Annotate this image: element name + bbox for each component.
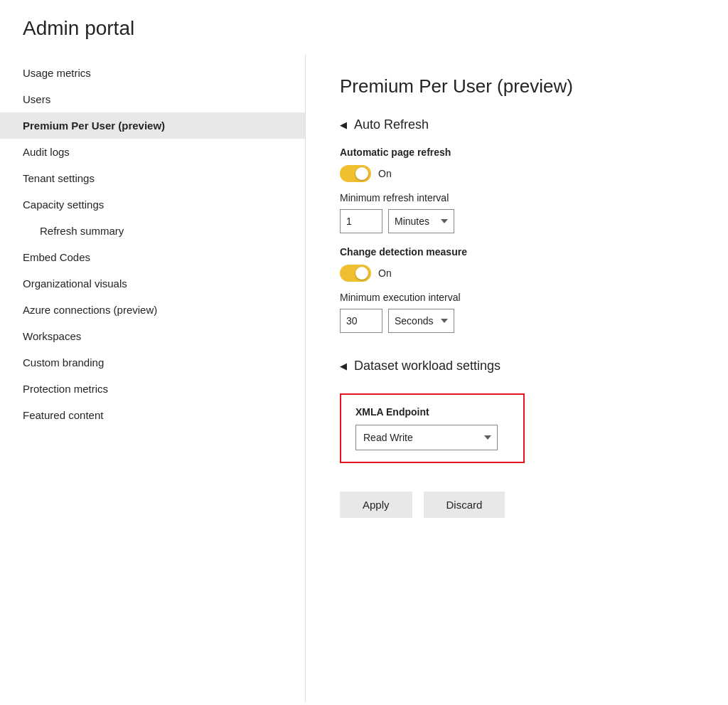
apply-button[interactable]: Apply	[340, 492, 412, 518]
dataset-collapse-icon[interactable]: ◀	[340, 361, 347, 371]
sidebar-item-protection-metrics[interactable]: Protection metrics	[0, 376, 305, 402]
discard-button[interactable]: Discard	[424, 492, 505, 518]
min-refresh-unit[interactable]: Minutes Seconds Hours	[388, 209, 454, 233]
sidebar-item-azure-connections[interactable]: Azure connections (preview)	[0, 297, 305, 323]
change-detection-label: Change detection measure	[340, 246, 694, 258]
dataset-workload-group: ◀ Dataset workload settings XMLA Endpoin…	[340, 359, 694, 463]
sidebar-item-embed-codes[interactable]: Embed Codes	[0, 244, 305, 270]
min-exec-label: Minimum execution interval	[340, 292, 694, 303]
dataset-workload-header: ◀ Dataset workload settings	[340, 359, 694, 373]
dataset-workload-label: Dataset workload settings	[354, 359, 500, 373]
change-detection-toggle-row: On	[340, 265, 694, 282]
min-refresh-label: Minimum refresh interval	[340, 192, 694, 203]
auto-page-refresh-toggle-state: On	[378, 168, 392, 179]
sidebar: Usage metricsUsersPremium Per User (prev…	[0, 54, 306, 702]
action-buttons: Apply Discard	[340, 492, 694, 518]
collapse-icon[interactable]: ◀	[340, 120, 347, 130]
auto-page-refresh-label: Automatic page refresh	[340, 147, 694, 158]
sidebar-item-capacity-settings[interactable]: Capacity settings	[0, 191, 305, 218]
auto-refresh-header: ◀ Auto Refresh	[340, 117, 694, 132]
page-title: Admin portal	[0, 0, 728, 54]
min-refresh-row: Minutes Seconds Hours	[340, 209, 694, 233]
change-detection-toggle[interactable]	[340, 265, 371, 282]
xmla-endpoint-label: XMLA Endpoint	[355, 406, 509, 418]
sidebar-item-usage-metrics[interactable]: Usage metrics	[0, 60, 305, 86]
xmla-endpoint-box: XMLA Endpoint Off Read Only Read Write	[340, 393, 525, 463]
sidebar-item-org-visuals[interactable]: Organizational visuals	[0, 270, 305, 297]
min-exec-unit[interactable]: Seconds Minutes Hours	[388, 309, 454, 333]
sidebar-item-custom-branding[interactable]: Custom branding	[0, 349, 305, 376]
change-detection-toggle-state: On	[378, 267, 392, 279]
sidebar-item-featured-content[interactable]: Featured content	[0, 402, 305, 428]
sidebar-item-audit-logs[interactable]: Audit logs	[0, 139, 305, 165]
sidebar-item-tenant-settings[interactable]: Tenant settings	[0, 165, 305, 191]
sidebar-item-premium-per-user[interactable]: Premium Per User (preview)	[0, 112, 305, 139]
section-title: Premium Per User (preview)	[340, 75, 694, 97]
min-refresh-value[interactable]	[340, 209, 382, 233]
auto-page-refresh-toggle-row: On	[340, 165, 694, 182]
auto-refresh-group: ◀ Auto Refresh Automatic page refresh On…	[340, 117, 694, 333]
min-exec-row: Seconds Minutes Hours	[340, 309, 694, 333]
xmla-endpoint-select[interactable]: Off Read Only Read Write	[355, 425, 498, 450]
min-exec-value[interactable]	[340, 309, 382, 333]
sidebar-item-refresh-summary[interactable]: Refresh summary	[0, 218, 305, 244]
auto-page-refresh-toggle[interactable]	[340, 165, 371, 182]
sidebar-item-users[interactable]: Users	[0, 86, 305, 112]
auto-refresh-label: Auto Refresh	[354, 117, 429, 132]
sidebar-item-workspaces[interactable]: Workspaces	[0, 323, 305, 349]
main-content: Premium Per User (preview) ◀ Auto Refres…	[306, 54, 728, 702]
